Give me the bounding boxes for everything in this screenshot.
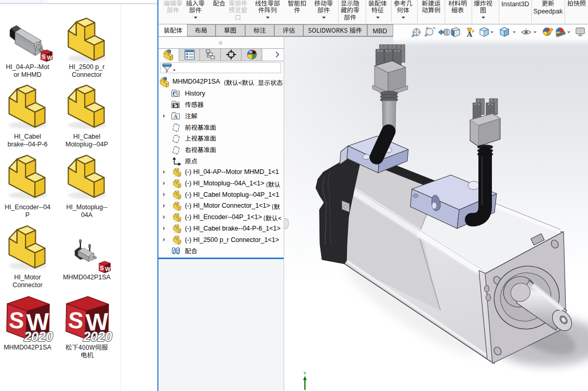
svg-text:Y: Y bbox=[303, 371, 306, 376]
svg-text:W: W bbox=[105, 266, 111, 272]
svg-text:W: W bbox=[47, 55, 52, 61]
svg-text:S: S bbox=[68, 307, 85, 333]
svg-text:S: S bbox=[8, 307, 25, 333]
svg-text:2020: 2020 bbox=[83, 329, 112, 344]
svg-text:S: S bbox=[42, 53, 45, 60]
svg-text:2020: 2020 bbox=[23, 329, 53, 344]
svg-text:S: S bbox=[100, 265, 103, 271]
svg-text:A: A bbox=[173, 114, 178, 120]
